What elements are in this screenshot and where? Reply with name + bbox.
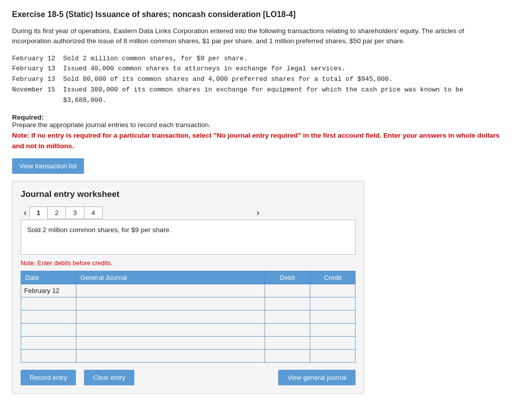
- worksheet-title: Journal entry worksheet: [21, 189, 356, 199]
- table-row: [21, 297, 356, 310]
- debit-input[interactable]: [265, 297, 310, 310]
- table-row: [21, 310, 356, 323]
- general-journal-cell[interactable]: [76, 284, 265, 297]
- general-journal-cell[interactable]: [76, 297, 265, 310]
- table-row: [21, 349, 356, 362]
- general-journal-input[interactable]: [76, 350, 265, 362]
- debit-cell[interactable]: [265, 323, 310, 336]
- general-journal-input[interactable]: [76, 297, 265, 310]
- table-row: February 12: [21, 284, 356, 297]
- debit-cell[interactable]: [265, 297, 310, 310]
- debit-input[interactable]: [265, 284, 310, 297]
- general-journal-input[interactable]: [76, 310, 265, 323]
- prepare-text: Prepare the appropriate journal entries …: [12, 121, 211, 129]
- debit-input[interactable]: [265, 337, 310, 349]
- table-row: [21, 336, 356, 349]
- date-cell: February 12: [21, 284, 76, 297]
- tab-2[interactable]: 2: [47, 206, 66, 219]
- view-transaction-button[interactable]: View transaction list: [12, 158, 84, 174]
- tab-next-button[interactable]: ›: [253, 207, 263, 218]
- view-general-journal-button[interactable]: View general journal: [278, 370, 356, 385]
- credit-cell[interactable]: [310, 349, 356, 362]
- credit-cell[interactable]: [310, 310, 356, 323]
- debit-cell[interactable]: [265, 336, 310, 349]
- general-journal-input[interactable]: [76, 284, 265, 297]
- credit-input[interactable]: [310, 297, 355, 310]
- debit-cell[interactable]: [265, 310, 310, 323]
- tab-4[interactable]: 4: [84, 206, 103, 219]
- tab-1[interactable]: 1: [29, 206, 48, 220]
- general-journal-input[interactable]: [76, 324, 265, 336]
- note-debits: Note: Enter debits before credits.: [21, 260, 356, 267]
- tab-prev-button[interactable]: ‹: [21, 207, 30, 218]
- journal-table: Date General Journal Debit Credit Februa…: [21, 271, 356, 363]
- credit-input[interactable]: [310, 310, 355, 323]
- page-title: Exercise 18-5 (Static) Issuance of share…: [12, 10, 503, 19]
- general-journal-cell[interactable]: [76, 336, 265, 349]
- general-journal-cell[interactable]: [76, 323, 265, 336]
- date-cell: [21, 323, 76, 336]
- credit-input[interactable]: [310, 350, 355, 362]
- date-cell: [21, 336, 76, 349]
- date-cell: [21, 349, 76, 362]
- journal-entry-worksheet: Journal entry worksheet ‹ 1 2 3 4 › Sold…: [12, 181, 364, 394]
- debit-cell[interactable]: [265, 349, 310, 362]
- description-text: During its first year of operations, Eas…: [12, 26, 503, 47]
- credit-cell[interactable]: [310, 336, 356, 349]
- table-row: [21, 323, 356, 336]
- debit-input[interactable]: [265, 310, 310, 323]
- tab-3[interactable]: 3: [65, 206, 84, 219]
- credit-input[interactable]: [310, 337, 355, 349]
- tabs-row: ‹ 1 2 3 4 ›: [21, 206, 356, 220]
- general-journal-cell[interactable]: [76, 349, 265, 362]
- transactions-block: February 12 Sold 2 million common shares…: [12, 54, 503, 106]
- credit-cell[interactable]: [310, 323, 356, 336]
- col-general-journal: General Journal: [76, 271, 265, 284]
- bottom-buttons: Record entry Clear entry View general jo…: [21, 370, 356, 385]
- general-journal-cell[interactable]: [76, 310, 265, 323]
- credit-cell[interactable]: [310, 284, 356, 297]
- transaction-description: Sold 2 million common shares, for $9 per…: [21, 220, 356, 255]
- debit-input[interactable]: [265, 324, 310, 336]
- date-cell: [21, 310, 76, 323]
- record-entry-button[interactable]: Record entry: [21, 370, 76, 385]
- debit-input[interactable]: [265, 350, 310, 362]
- general-journal-input[interactable]: [76, 337, 265, 349]
- date-cell: [21, 297, 76, 310]
- credit-input[interactable]: [310, 284, 355, 297]
- col-date: Date: [21, 271, 76, 284]
- required-label: Required:: [12, 114, 44, 121]
- col-credit: Credit: [310, 271, 356, 284]
- col-debit: Debit: [265, 271, 310, 284]
- credit-cell[interactable]: [310, 297, 356, 310]
- debit-cell[interactable]: [265, 284, 310, 297]
- clear-entry-button[interactable]: Clear entry: [84, 370, 134, 385]
- note-red: Note: If no entry is required for a part…: [12, 131, 503, 151]
- credit-input[interactable]: [310, 324, 355, 336]
